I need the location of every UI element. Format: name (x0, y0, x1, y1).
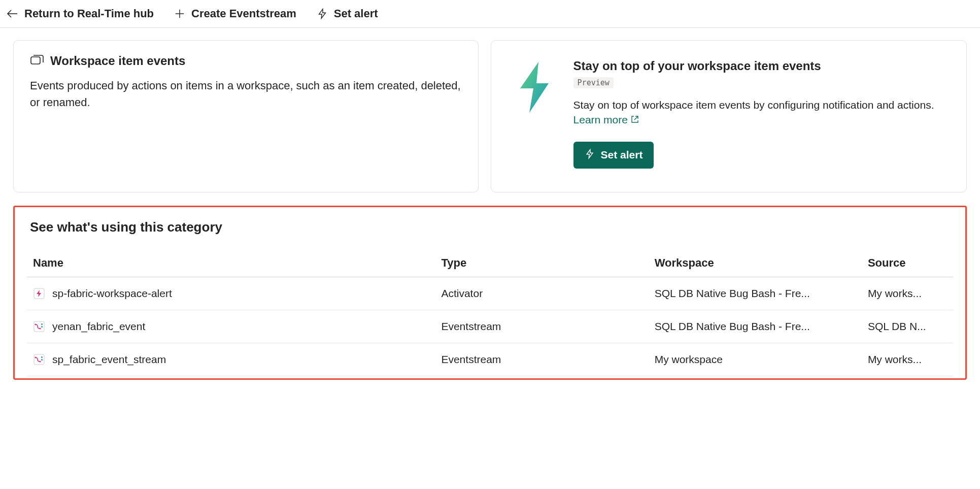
col-header-type[interactable]: Type (435, 249, 648, 277)
set-alert-button[interactable]: Set alert (573, 142, 654, 169)
svg-marker-7 (587, 149, 593, 158)
item-type: Eventstream (435, 310, 648, 343)
alert-label: Set alert (334, 7, 378, 20)
svg-point-12 (39, 328, 41, 329)
lightning-gradient-icon (516, 62, 553, 115)
preview-badge: Preview (573, 77, 614, 88)
svg-rect-19 (41, 359, 43, 361)
col-header-source[interactable]: Source (862, 249, 953, 277)
svg-rect-18 (41, 356, 43, 358)
create-eventstream-button[interactable]: Create Eventstream (174, 7, 296, 20)
lightning-icon (585, 148, 595, 162)
item-name: sp_fabric_event_stream (52, 353, 166, 366)
svg-point-11 (35, 323, 36, 325)
item-workspace: SQL DB Native Bug Bash - Fre... (649, 310, 862, 343)
right-card-description: Stay on top of workspace item events by … (573, 97, 946, 127)
usage-section: See what's using this category Name Type… (13, 206, 967, 380)
return-label: Return to Real-Time hub (24, 7, 154, 20)
workspace-stack-icon (30, 54, 44, 68)
item-source: My works... (862, 277, 953, 310)
svg-line-6 (634, 116, 638, 120)
item-workspace: SQL DB Native Bug Bash - Fre... (649, 277, 862, 310)
content-area: Workspace item events Events produced by… (0, 28, 980, 392)
create-label: Create Eventstream (191, 7, 296, 20)
learn-more-link[interactable]: Learn more (573, 112, 639, 127)
item-name: yenan_fabric_event (52, 320, 145, 333)
eventstream-icon (33, 353, 45, 366)
table-row[interactable]: yenan_fabric_eventEventstreamSQL DB Nati… (27, 310, 953, 343)
plus-icon (174, 8, 185, 19)
svg-rect-4 (31, 57, 40, 64)
usage-table: Name Type Workspace Source sp-fabric-wor… (27, 249, 953, 376)
stay-on-top-card: Stay on top of your workspace item event… (491, 40, 967, 192)
lightning-icon (317, 8, 328, 20)
usage-section-title: See what's using this category (27, 219, 953, 235)
item-type: Eventstream (435, 343, 648, 376)
col-header-workspace[interactable]: Workspace (649, 249, 862, 277)
item-type: Activator (435, 277, 648, 310)
svg-point-17 (39, 361, 41, 362)
return-to-hub-button[interactable]: Return to Real-Time hub (6, 7, 154, 20)
workspace-events-card: Workspace item events Events produced by… (13, 40, 479, 192)
table-row[interactable]: sp-fabric-workspace-alertActivatorSQL DB… (27, 277, 953, 310)
table-row[interactable]: sp_fabric_event_streamEventstreamMy work… (27, 343, 953, 376)
svg-rect-14 (41, 326, 43, 328)
right-card-title: Stay on top of your workspace item event… (573, 59, 946, 73)
item-name: sp-fabric-workspace-alert (52, 287, 172, 300)
table-header-row: Name Type Workspace Source (27, 249, 953, 277)
left-card-title: Workspace item events (50, 54, 185, 68)
external-link-icon (631, 112, 639, 127)
item-workspace: My workspace (649, 343, 862, 376)
svg-marker-3 (319, 9, 325, 18)
svg-marker-5 (520, 62, 549, 113)
svg-point-16 (35, 356, 36, 358)
left-card-description: Events produced by actions on items in a… (30, 77, 462, 111)
cards-row: Workspace item events Events produced by… (13, 40, 967, 192)
arrow-left-icon (6, 8, 18, 20)
activator-icon (33, 287, 45, 300)
top-toolbar: Return to Real-Time hub Create Eventstre… (0, 0, 980, 28)
item-source: My works... (862, 343, 953, 376)
svg-rect-13 (41, 323, 43, 325)
set-alert-toolbar-button[interactable]: Set alert (317, 7, 378, 20)
item-source: SQL DB N... (862, 310, 953, 343)
eventstream-icon (33, 320, 45, 333)
col-header-name[interactable]: Name (27, 249, 435, 277)
